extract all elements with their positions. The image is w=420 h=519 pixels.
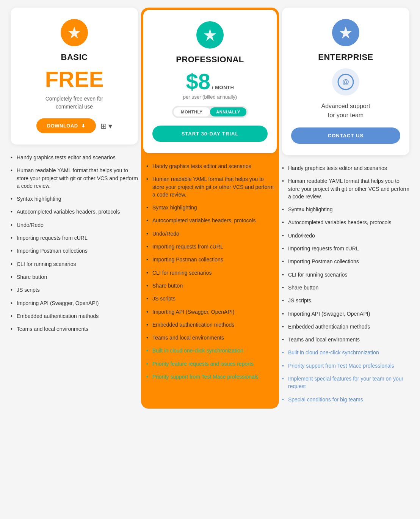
list-item: Handy graphics tests editor and scenario… (11, 154, 138, 167)
enterprise-plan-name: ENTERPRISE (291, 52, 400, 62)
list-item: Share button (11, 273, 138, 286)
list-item: Handy graphics tests editor and scenario… (146, 162, 274, 175)
list-item: Human readable YAML format that helps yo… (282, 177, 409, 206)
list-item: Undo/Redo (282, 232, 409, 245)
professional-price-amount: $8 (186, 71, 211, 93)
toggle-annually[interactable]: ANNUALLY (210, 107, 246, 116)
enterprise-features-section: Handy graphics tests editor and scenario… (279, 164, 412, 409)
basic-features-list: Handy graphics tests editor and scenario… (11, 154, 138, 338)
contact-button[interactable]: CONTACT US (291, 127, 400, 144)
basic-plan-description: Completely free even forcommercial use (20, 95, 129, 111)
list-item-highlight: Built in cloud one-click synchronization (146, 347, 274, 360)
basic-cta-row: DOWNLOAD ⬇ ⊞ ▾ (20, 118, 129, 133)
list-item: JS scripts (146, 295, 274, 308)
list-item: Human readable YAML format that helps yo… (146, 175, 274, 204)
toggle-monthly[interactable]: MONTHLY (174, 107, 210, 116)
pricing-container: BASIC FREE Completely free even forcomme… (8, 8, 412, 409)
list-item: Human readable YAML format that helps yo… (11, 167, 138, 195)
list-item-highlight-blue: Implement special features for your team… (282, 375, 409, 396)
list-item: CLI for running scenarios (282, 271, 409, 284)
enterprise-description: Advanced supportfor your team (291, 102, 400, 120)
list-item: CLI for running scenarios (11, 260, 138, 273)
svg-marker-1 (204, 29, 216, 41)
windows-icon-group[interactable]: ⊞ ▾ (100, 121, 112, 131)
professional-features-list: Handy graphics tests editor and scenario… (146, 162, 274, 386)
list-item: Importing requests from cURL (11, 234, 138, 247)
list-item: Share button (282, 284, 409, 297)
list-item: Undo/Redo (11, 221, 138, 234)
professional-plan-icon (196, 21, 224, 49)
svg-text:@: @ (342, 78, 349, 86)
list-item: Importing requests from cURL (146, 243, 274, 256)
list-item: Autocompleted variables headers, protoco… (146, 217, 274, 230)
svg-marker-0 (68, 27, 80, 39)
chevron-down-icon: ▾ (108, 121, 112, 131)
list-item: Teams and local environments (146, 334, 274, 347)
list-item: Syntax highlighting (282, 206, 409, 219)
list-item: Handy graphics tests editor and scenario… (282, 164, 409, 177)
list-item: Teams and local environments (11, 325, 138, 338)
professional-price-period: / MONTH (212, 85, 234, 90)
enterprise-plan-card: ENTERPRISE @ Advanced supportfor your te… (282, 8, 409, 155)
list-item: Importing API (Swagger, OpenAPI) (282, 310, 409, 323)
list-item: Syntax highlighting (146, 204, 274, 217)
download-icon: ⬇ (81, 123, 86, 129)
list-item-highlight: Priority feature requests and issues rep… (146, 360, 274, 373)
list-item: JS scripts (11, 286, 138, 299)
professional-plan-card: PROFESSIONAL $8 / MONTH per user (billed… (143, 10, 277, 153)
professional-plan-outer: PROFESSIONAL $8 / MONTH per user (billed… (141, 8, 279, 409)
professional-price-row: $8 / MONTH (152, 71, 268, 93)
list-item: Embedded authentication methods (11, 312, 138, 325)
list-item: Autocompleted variables headers, protoco… (11, 208, 138, 221)
list-item-highlight-blue: Priority support from Test Mace professi… (282, 362, 409, 375)
contact-button-label: CONTACT US (328, 133, 364, 138)
list-item: Share button (146, 282, 274, 295)
list-item: Importing requests from cURL (282, 245, 409, 258)
list-item: Importing API (Swagger, OpenAPI) (11, 299, 138, 312)
professional-plan-name: PROFESSIONAL (152, 55, 268, 64)
list-item: Importing Postman collections (11, 247, 138, 260)
list-item: CLI for running scenarios (146, 269, 274, 282)
enterprise-features-list: Handy graphics tests editor and scenario… (282, 164, 409, 409)
list-item: Importing API (Swagger, OpenAPI) (146, 308, 274, 321)
trial-button-label: START 30-DAY TRIAL (182, 131, 239, 137)
list-item: Autocompleted variables headers, protoco… (282, 219, 409, 231)
basic-plan-icon (61, 19, 88, 46)
list-item-highlight: Priority support from Test Mace professi… (146, 373, 274, 386)
list-item-highlight-blue: Special conditions for big teams (282, 396, 409, 409)
list-item: JS scripts (282, 297, 409, 310)
download-button[interactable]: DOWNLOAD ⬇ (36, 118, 96, 133)
basic-features-section: Handy graphics tests editor and scenario… (8, 154, 141, 338)
professional-price-billing: per user (billed annually) (152, 94, 268, 100)
list-item: Teams and local environments (282, 336, 409, 349)
enterprise-contact-icon: @ (332, 68, 359, 96)
enterprise-plan-outer: ENTERPRISE @ Advanced supportfor your te… (279, 8, 412, 409)
list-item: Syntax highlighting (11, 195, 138, 208)
list-item-highlight-blue: Built in cloud one-click synchronization (282, 349, 409, 362)
billing-toggle[interactable]: MONTHLY ANNUALLY (172, 106, 248, 118)
basic-plan-price: FREE (20, 68, 129, 90)
list-item: Undo/Redo (146, 230, 274, 243)
basic-plan-name: BASIC (20, 52, 129, 62)
download-label: DOWNLOAD (47, 123, 78, 129)
basic-plan-outer: BASIC FREE Completely free even forcomme… (8, 8, 141, 409)
svg-marker-2 (340, 27, 352, 39)
list-item: Importing Postman collections (282, 258, 409, 271)
enterprise-plan-icon (332, 19, 359, 46)
list-item: Embedded authentication methods (282, 323, 409, 336)
list-item: Embedded authentication methods (146, 321, 274, 334)
trial-button[interactable]: START 30-DAY TRIAL (152, 126, 268, 142)
basic-plan-card: BASIC FREE Completely free even forcomme… (11, 8, 138, 145)
professional-features-section: Handy graphics tests editor and scenario… (143, 162, 277, 386)
list-item: Importing Postman collections (146, 256, 274, 269)
windows-icon: ⊞ (100, 121, 107, 131)
